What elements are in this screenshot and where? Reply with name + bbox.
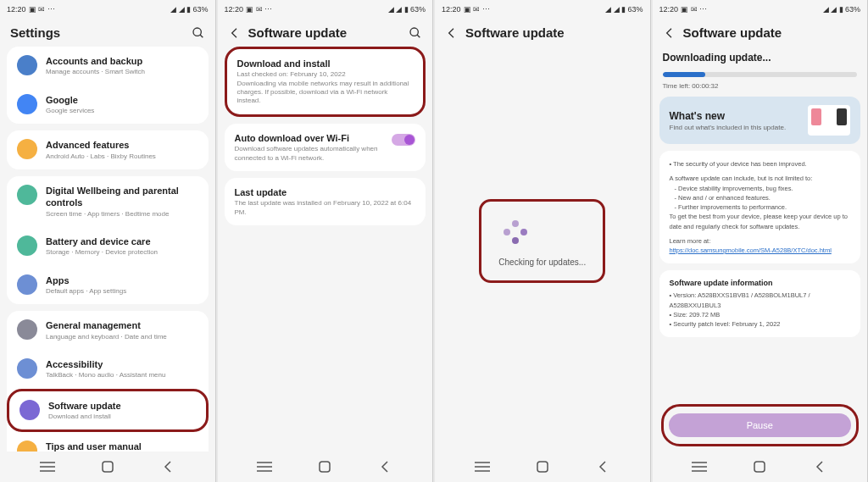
statusbar: 12:20▣ ✉ ⋯ ◢ ◢ ▮63%	[218, 0, 433, 19]
signal-icons: ◢ ◢ ▮	[388, 5, 409, 14]
item-title: Tips and user manual	[46, 440, 198, 452]
info-patch: • Security patch level: February 1, 2022	[670, 319, 851, 329]
item-icon	[17, 55, 37, 75]
item-title: Auto download over Wi-Fi	[235, 132, 384, 144]
page-title: Settings	[10, 25, 185, 40]
downloading-title: Downloading update...	[659, 47, 861, 69]
battery: 63%	[845, 5, 860, 14]
security-note: • The security of your device has been i…	[670, 159, 851, 169]
back-icon[interactable]	[228, 26, 242, 40]
item-title: Apps	[46, 274, 198, 286]
settings-item[interactable]: General managementLanguage and keyboard …	[7, 311, 209, 350]
back-button[interactable]	[590, 458, 615, 475]
item-title: General management	[46, 319, 198, 331]
update-option[interactable]: Last updateThe last update was installed…	[225, 178, 426, 225]
back-icon[interactable]	[445, 26, 459, 40]
desc-intro: A software update can include, but is no…	[670, 174, 851, 183]
item-icon	[17, 139, 37, 159]
statusbar: 12:20▣ ✉ ⋯ ◢ ◢ ▮63%	[653, 0, 868, 19]
battery: 63%	[192, 5, 208, 14]
svg-rect-15	[537, 462, 548, 472]
toggle-switch[interactable]	[392, 134, 415, 146]
page-title: Software update	[248, 25, 403, 40]
settings-item[interactable]: Advanced featuresAndroid Auto · Labs · B…	[7, 130, 209, 169]
navbar	[435, 452, 650, 482]
home-button[interactable]	[530, 458, 555, 475]
item-sub: TalkBack · Mono audio · Assistant menu	[46, 371, 198, 380]
signal-icons: ◢ ◢ ▮	[170, 5, 191, 14]
item-sub: Last checked on: February 10, 2022 Downl…	[237, 70, 414, 106]
item-title: Accounts and backup	[46, 55, 198, 67]
whats-new-sub: Find out what's included in this update.	[670, 124, 809, 131]
update-option[interactable]: Download and installLast checked on: Feb…	[227, 49, 424, 114]
item-title: Last update	[235, 186, 416, 198]
item-title: Google	[46, 94, 198, 106]
time: 12:20	[442, 5, 461, 14]
item-sub: Android Auto · Labs · Bixby Routines	[46, 152, 198, 161]
settings-item[interactable]: GoogleGoogle services	[7, 86, 209, 125]
item-sub: Language and keyboard · Date and time	[46, 333, 198, 341]
statusbar: 12:20▣ ✉ ⋯ ◢ ◢ ▮63%	[435, 0, 650, 19]
home-button[interactable]	[95, 458, 120, 475]
svg-point-6	[410, 28, 418, 36]
battery: 63%	[410, 5, 426, 14]
recents-button[interactable]	[252, 458, 277, 475]
home-button[interactable]	[312, 458, 337, 475]
header: Software update	[442, 19, 643, 47]
back-button[interactable]	[807, 458, 832, 475]
learn-label: Learn more at:	[670, 236, 851, 246]
signal-icons: ◢ ◢ ▮	[605, 5, 626, 14]
search-icon[interactable]	[192, 26, 205, 40]
item-icon	[17, 319, 37, 340]
back-button[interactable]	[372, 458, 398, 475]
pause-highlight: Pause	[661, 404, 860, 446]
settings-item[interactable]: Software updateDownload and install	[9, 391, 206, 430]
settings-item[interactable]: AccessibilityTalkBack · Mono audio · Ass…	[7, 350, 209, 389]
whats-new-card[interactable]: What's new Find out what's included in t…	[659, 97, 861, 144]
header: Software update	[659, 19, 861, 47]
checking-panel: 12:20▣ ✉ ⋯ ◢ ◢ ▮63% Software update Chec…	[435, 0, 651, 482]
recents-button[interactable]	[35, 458, 60, 475]
back-button[interactable]	[155, 458, 181, 475]
item-sub: Download software updates automatically …	[235, 145, 384, 163]
notif-icons: ▣ ✉ ⋯	[681, 5, 707, 14]
time-left: Time left: 00:00:32	[659, 80, 861, 91]
item-sub: Download and install	[48, 413, 196, 421]
notif-icons: ▣ ✉ ⋯	[464, 5, 490, 14]
settings-panel: 12:20▣ ✉ ⋯ ◢ ◢ ▮63% Settings Accounts an…	[0, 0, 216, 482]
search-icon[interactable]	[409, 26, 422, 40]
home-button[interactable]	[747, 458, 772, 475]
settings-item[interactable]: Battery and device careStorage · Memory …	[7, 227, 209, 266]
info-size: • Size: 209.72 MB	[670, 310, 851, 319]
checking-text: Checking for updates...	[498, 258, 586, 267]
update-info: Software update information • Version: A…	[659, 270, 861, 337]
back-icon[interactable]	[663, 26, 676, 40]
settings-item[interactable]: AppsDefault apps · App settings	[7, 266, 209, 305]
desc-outro: To get the best from your device, please…	[670, 212, 851, 231]
recents-button[interactable]	[687, 458, 712, 475]
item-title: Digital Wellbeing and parental controls	[46, 185, 198, 209]
settings-item[interactable]: Accounts and backupManage accounts · Sma…	[7, 47, 209, 86]
item-icon	[17, 94, 37, 114]
bullet-1: - Device stability improvements, bug fix…	[670, 184, 851, 193]
item-title: Software update	[48, 400, 196, 412]
signal-icons: ◢ ◢ ▮	[823, 5, 843, 14]
page-title: Software update	[465, 25, 640, 40]
progress-bar	[663, 72, 858, 77]
pause-button[interactable]: Pause	[669, 413, 852, 437]
update-option[interactable]: Auto download over Wi-FiDownload softwar…	[225, 124, 426, 171]
settings-item[interactable]: Tips and user manualUseful tips · New fe…	[7, 432, 209, 452]
notif-icons: ▣ ✉ ⋯	[246, 5, 272, 14]
item-title: Battery and device care	[46, 235, 198, 247]
item-title: Advanced features	[46, 139, 198, 151]
devices-image	[808, 105, 850, 136]
bullet-2: - New and / or enhanced features.	[670, 193, 851, 202]
recents-button[interactable]	[470, 458, 495, 475]
learn-link[interactable]: https://doc.samsungmobile.com/SM-A528B/X…	[670, 247, 832, 254]
item-icon	[17, 235, 37, 256]
item-icon	[17, 274, 37, 295]
bullet-3: - Further improvements to performance.	[670, 202, 851, 212]
settings-item[interactable]: Digital Wellbeing and parental controlsS…	[7, 176, 209, 227]
item-sub: Manage accounts · Smart Switch	[46, 68, 198, 76]
item-sub: The last update was installed on Februar…	[235, 199, 416, 217]
